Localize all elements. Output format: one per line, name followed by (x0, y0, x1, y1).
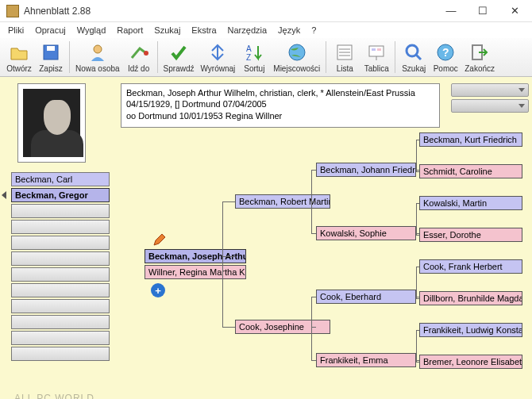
siblings-list: Beckman, Carl Beckman, Gregor (11, 172, 110, 363)
search-icon (403, 41, 425, 63)
align-icon (206, 41, 229, 63)
tree-node-mother[interactable]: Cook, Josephine (235, 320, 330, 334)
menu-opracuj[interactable]: Opracuj (30, 24, 71, 36)
svg-rect-11 (369, 46, 384, 56)
help-icon: ? (434, 41, 457, 63)
tree-node-pgm[interactable]: Kowalski, Sophie (316, 226, 416, 240)
new-person-icon (87, 41, 109, 63)
svg-point-2 (94, 45, 102, 53)
save-icon (40, 41, 62, 63)
tree-node-pgf[interactable]: Beckman, Johann Friedrich (316, 163, 416, 177)
menu-szukaj[interactable]: Szukaj (149, 24, 185, 36)
tree-node-ggp[interactable]: Frankikeit, Ludwig Konstantin (419, 323, 522, 337)
list-item[interactable] (11, 347, 110, 361)
workspace: Beckman, Joseph Arthur Wilhelm, christia… (0, 77, 532, 399)
svg-text:A: A (246, 44, 252, 53)
list-item[interactable]: Beckman, Carl (11, 172, 110, 186)
menu-narzedzia[interactable]: Narzędzia (223, 24, 272, 36)
globe-icon (286, 41, 308, 63)
dropdown-slot[interactable] (451, 99, 529, 113)
person-photo[interactable] (17, 83, 86, 163)
menu-ekstra[interactable]: Ekstra (187, 24, 221, 36)
tree-node-ggp[interactable]: Cook, Frank Herbert (419, 259, 522, 274)
list-button[interactable]: Lista (329, 40, 360, 75)
svg-rect-12 (372, 48, 376, 51)
align-button[interactable]: Wyrównaj (198, 40, 239, 75)
menu-bar: Pliki Opracuj Wygląd Raport Szukaj Ekstr… (0, 22, 532, 38)
tree-node-ggp[interactable]: Bremer, Leonore Elisabeth (419, 355, 522, 369)
tree-node-mgm[interactable]: Frankikeit, Emma (316, 353, 416, 367)
info-line1: Beckman, Joseph Arthur Wilhelm, christia… (126, 87, 434, 98)
svg-line-16 (416, 55, 421, 59)
menu-jezyk[interactable]: Język (273, 24, 305, 36)
save-button[interactable]: Zapisz (35, 40, 67, 75)
tree-node-ggp[interactable]: Schmidt, Caroline (419, 164, 522, 178)
svg-point-15 (407, 45, 418, 56)
info-line3: oo Dortmund 10/01/1953 Regina Willner (126, 110, 434, 121)
goto-button[interactable]: Idź do (123, 40, 155, 75)
check-icon (168, 41, 190, 63)
check-button[interactable]: Sprawdź (160, 40, 198, 75)
svg-rect-1 (47, 46, 55, 51)
tree-node-ggp[interactable]: Esser, Dorothe (419, 228, 522, 242)
tree-node-father[interactable]: Beckman, Robert Martin (235, 194, 330, 209)
board-icon (365, 41, 387, 63)
help-button[interactable]: ?Pomoc (430, 40, 461, 75)
sort-button[interactable]: AZSortuj (238, 40, 270, 75)
list-item[interactable] (11, 315, 110, 329)
left-arrow-icon[interactable] (2, 191, 6, 199)
list-item[interactable] (11, 251, 110, 266)
tree-node-ggp[interactable]: Beckman, Kurt Friedrich (419, 132, 522, 147)
search-button[interactable]: Szukaj (398, 40, 430, 75)
list-item[interactable] (11, 204, 110, 218)
person-info[interactable]: Beckman, Joseph Arthur Wilhelm, christia… (121, 83, 440, 128)
list-item[interactable] (11, 267, 110, 282)
list-item[interactable] (11, 331, 110, 345)
board-button[interactable]: Tablica (360, 40, 392, 75)
dropdown-slot[interactable] (451, 83, 529, 97)
window-title: Ahnenblatt 2.88 (24, 6, 435, 17)
svg-rect-13 (377, 48, 381, 51)
list-item[interactable] (11, 236, 110, 250)
menu-raport[interactable]: Raport (112, 24, 148, 36)
new-person-button[interactable]: Nowa osoba (72, 40, 123, 75)
svg-text:?: ? (442, 46, 449, 59)
goto-icon (128, 41, 150, 63)
list-item[interactable] (11, 220, 110, 234)
menu-wyglad[interactable]: Wygląd (72, 24, 111, 36)
pencil-icon[interactable] (152, 232, 167, 247)
places-button[interactable]: Miejscowości (270, 40, 323, 75)
svg-point-6 (289, 44, 305, 60)
tree-node-ggp[interactable]: Kowalski, Martin (419, 196, 522, 210)
minimize-button[interactable]: — (435, 1, 467, 21)
list-item[interactable]: Beckman, Gregor (11, 188, 110, 202)
menu-help[interactable]: ? (306, 24, 321, 36)
toolbar: Otwórz Zapisz Nowa osoba Idź do Sprawdź … (0, 38, 532, 77)
list-item[interactable] (11, 283, 110, 297)
menu-pliki[interactable]: Pliki (3, 24, 29, 36)
open-button[interactable]: Otwórz (3, 40, 35, 75)
sort-icon: AZ (243, 41, 265, 63)
tree-node-ggp[interactable]: Dillborn, Brunhilde Magdalene (419, 291, 522, 305)
exit-button[interactable]: Zakończ (461, 40, 498, 75)
info-line2: 04/15/1929, [] Dortmund 07/04/2005 (126, 98, 434, 109)
list-item[interactable] (11, 299, 110, 313)
list-icon (333, 41, 356, 63)
folder-open-icon (8, 41, 30, 63)
svg-point-3 (144, 51, 148, 56)
app-icon (6, 5, 19, 17)
tree-node-mgf[interactable]: Cook, Eberhard (316, 290, 416, 304)
exit-icon (468, 41, 491, 63)
svg-text:Z: Z (246, 53, 251, 62)
tree-node-spouse[interactable]: Willner, Regina Martha K (145, 265, 246, 279)
add-icon[interactable]: + (151, 283, 165, 297)
watermark: ALL PC WORLD (14, 393, 94, 399)
maximize-button[interactable]: ☐ (467, 1, 499, 21)
close-button[interactable]: ✕ (499, 1, 530, 21)
